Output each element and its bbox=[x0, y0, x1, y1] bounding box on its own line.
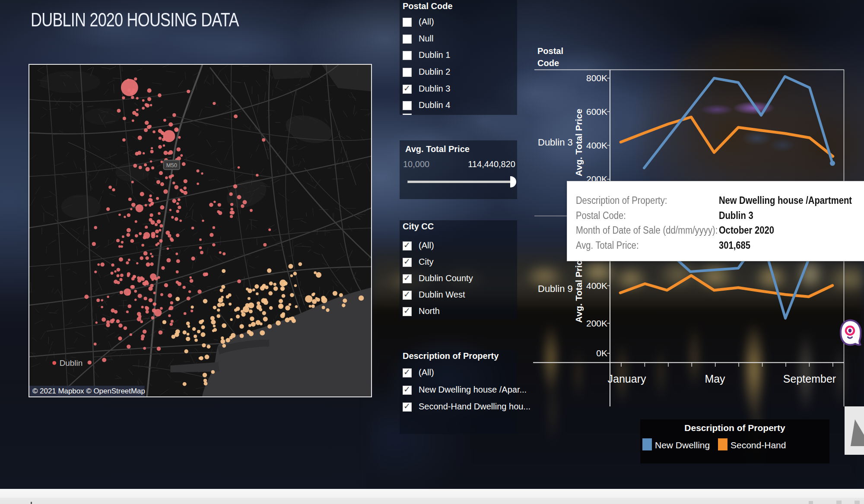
svg-text:Postal: Postal bbox=[537, 46, 563, 56]
svg-text:400K: 400K bbox=[586, 140, 607, 150]
svg-text:0K: 0K bbox=[596, 348, 607, 358]
svg-text:M50: M50 bbox=[166, 162, 177, 168]
svg-text:Avg. Total Price: Avg. Total Price bbox=[574, 255, 584, 323]
svg-text:September: September bbox=[783, 373, 836, 385]
svg-text:May: May bbox=[705, 373, 725, 385]
svg-text:600K: 600K bbox=[586, 107, 607, 117]
svg-text:Avg. Total Price: Avg. Total Price bbox=[574, 109, 584, 176]
svg-text:Dublin 9: Dublin 9 bbox=[538, 283, 573, 294]
svg-text:Code: Code bbox=[537, 58, 559, 68]
svg-text:200K: 200K bbox=[586, 318, 607, 328]
svg-text:January: January bbox=[608, 373, 646, 385]
svg-text:400K: 400K bbox=[586, 281, 607, 291]
svg-text:Dublin: Dublin bbox=[60, 358, 83, 368]
svg-text:Dublin 3: Dublin 3 bbox=[538, 137, 573, 148]
svg-text:© 2021 Mapbox © OpenStreetMap: © 2021 Mapbox © OpenStreetMap bbox=[32, 387, 145, 395]
svg-text:800K: 800K bbox=[586, 73, 607, 83]
